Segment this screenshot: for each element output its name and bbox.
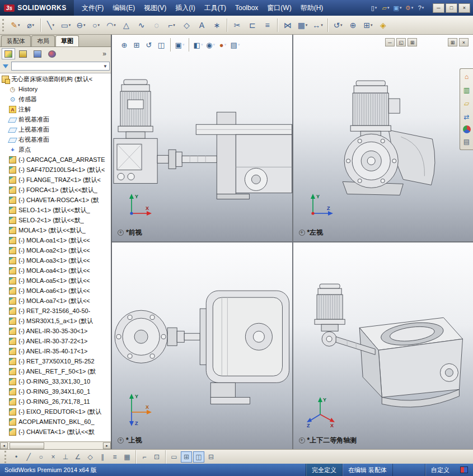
snap-line-icon[interactable]: ╱ (23, 451, 34, 463)
doc-tile-icon[interactable]: ⊞ (408, 38, 417, 46)
viewport-two-vertical-icon[interactable]: ⊟ (205, 451, 217, 463)
doc-minimize-icon[interactable]: ─ (385, 38, 395, 46)
grid-settings-icon[interactable]: ⊡ (151, 451, 162, 463)
tree-item[interactable]: MOLA<1> (默认<<默认_ (0, 225, 111, 235)
configuration-manager-tab[interactable] (31, 48, 44, 59)
tree-item[interactable]: 前视基准面 (0, 114, 111, 124)
tab-sketch[interactable]: 草图 (55, 35, 79, 46)
tree-item[interactable]: (-) CHAVETA-ROSCA<1> (默 (0, 195, 111, 205)
dropdown-arrow-icon[interactable]: ▾ (224, 43, 227, 47)
trim-entities-icon[interactable]: ✂ (230, 18, 244, 32)
tree-item[interactable]: (-) O-RING_39,34X1,60_1 (0, 386, 111, 396)
dropdown-arrow-icon[interactable]: ▾ (201, 43, 203, 47)
tree-item[interactable]: (-) ANEL-IR-30-37-22<1> (0, 336, 111, 346)
tree-item[interactable]: (-) CARCAÇA_CAB_ARRASTE (0, 155, 111, 165)
viewport-front[interactable]: Y X *前视 (112, 35, 292, 241)
menu-file[interactable]: 文件(F) (77, 0, 108, 16)
dropdown-arrow-icon[interactable]: ▾ (69, 23, 71, 27)
snap-point-icon[interactable]: • (11, 451, 22, 463)
repair-sketch-icon[interactable]: ⊕ (346, 18, 360, 32)
dropdown-arrow-icon[interactable]: ▾ (32, 23, 34, 27)
close-button[interactable]: × (458, 3, 470, 13)
viewport-two-horizontal-icon[interactable]: ◫ (193, 451, 204, 463)
viewport-single-icon[interactable]: ▭ (168, 451, 180, 463)
tree-item[interactable]: (-) EIXO_REDUTOR<1> (默认 (0, 407, 111, 417)
tree-item[interactable]: (-) SAF47DZ100LS4<1> (默认< (0, 165, 111, 175)
tree-item[interactable]: (-) MOLA-oa5<1> (默认<< (0, 276, 111, 286)
tree-item[interactable]: (-) O-RING_26,7X1,78_11 (0, 396, 111, 407)
appearances-icon[interactable] (463, 125, 471, 133)
scroll-left-icon[interactable]: ◂ (0, 442, 8, 449)
tree-item[interactable]: (-) O-RING_33,3X1,30_10 (0, 376, 111, 386)
dropdown-arrow-icon[interactable]: ▾ (114, 23, 116, 27)
sketch-icon[interactable]: ✎▾ (8, 18, 22, 32)
scroll-right-icon[interactable]: ▸ (103, 442, 111, 449)
tree-item[interactable]: (-) MOLA-oa1<1> (默认<< (0, 235, 111, 245)
zoom-fit-icon[interactable]: ⊕ (119, 39, 130, 50)
tree-horizontal-scrollbar[interactable]: ◂ ▸ (0, 441, 111, 449)
dropdown-arrow-icon[interactable]: ▾ (340, 23, 343, 27)
snap-grid-icon[interactable]: ▦ (121, 451, 133, 463)
menu-edit[interactable]: 编辑(E) (108, 0, 139, 16)
save-icon[interactable]: ▣▾ (392, 3, 402, 13)
dropdown-arrow-icon[interactable]: ▾ (306, 23, 308, 27)
snap-midpoint-icon[interactable]: ◇ (85, 451, 96, 463)
dropdown-arrow-icon[interactable]: ▾ (371, 23, 373, 27)
tree-item[interactable]: ◷History (0, 84, 111, 94)
doc-close-icon[interactable]: × (459, 38, 469, 46)
dropdown-arrow-icon[interactable]: ▾ (400, 6, 402, 10)
dropdown-arrow-icon[interactable]: ▾ (411, 6, 414, 10)
doc-restore-icon[interactable]: ◱ (396, 38, 406, 46)
ellipse-icon[interactable]: ◌ (149, 18, 163, 32)
snap-circle-icon[interactable]: ○ (35, 451, 46, 463)
zoom-area-icon[interactable]: ⊞ (131, 39, 142, 50)
arc-icon[interactable]: ◠▾ (104, 18, 118, 32)
view-palette-icon[interactable]: ⇄ (462, 112, 472, 122)
chevron-down-icon[interactable]: ▼ (101, 64, 109, 69)
tree-item[interactable]: (-) MOLA-oa2<1> (默认<< (0, 245, 111, 255)
slot-icon[interactable]: ⊖▾ (74, 18, 88, 32)
convert-entities-icon[interactable]: ⊏ (245, 18, 259, 32)
dropdown-arrow-icon[interactable]: ▾ (387, 6, 390, 10)
minimize-button[interactable]: ─ (433, 3, 444, 13)
tree-item[interactable]: ⊙传感器 (0, 94, 111, 104)
offset-entities-icon[interactable]: ≡ (260, 18, 274, 32)
smart-dimension-icon[interactable]: ⌀▾ (24, 18, 38, 32)
viewport-left[interactable]: Y Z *左视 (293, 35, 473, 241)
display-relations-icon[interactable]: ↺▾ (331, 18, 345, 32)
display-style-icon[interactable]: ◧▾ (193, 39, 204, 50)
dropdown-arrow-icon[interactable]: ▾ (375, 6, 377, 10)
open-document-icon[interactable]: ▱▾ (381, 3, 391, 13)
tree-item[interactable]: (-) CHAVETA<1> (默认<<默 (0, 427, 111, 437)
feature-manager-tab[interactable] (2, 48, 15, 59)
tab-layout[interactable]: 布局 (31, 35, 55, 46)
split-pane-icon[interactable]: ⊞ (448, 38, 457, 46)
toolbar-grip[interactable] (2, 19, 4, 31)
dropdown-arrow-icon[interactable]: ▾ (238, 43, 240, 47)
snap-perpendicular-icon[interactable]: ⊥ (60, 451, 71, 463)
snap-hv-icon[interactable]: ≡ (109, 451, 120, 463)
hide-show-items-icon[interactable]: ◉▾ (205, 39, 216, 50)
tree-item[interactable]: (-) MOLA-oa4<1> (默认<< (0, 265, 111, 276)
tree-item[interactable]: (-) ANEL-IR-30-35-30<1> (0, 326, 111, 336)
dropdown-arrow-icon[interactable]: ▾ (97, 23, 100, 27)
mirror-entities-icon[interactable]: ⋈ (280, 18, 294, 32)
text-icon[interactable]: A (195, 18, 209, 32)
tree-item[interactable]: +原点 (0, 144, 111, 155)
tree-item[interactable]: A注解 (0, 104, 111, 114)
tree-item[interactable]: (-) MOLA-oa6<1> (默认<< (0, 286, 111, 296)
tree-item[interactable]: (-) FORCA<1> (默认<<默认_ (0, 185, 111, 195)
dropdown-arrow-icon[interactable]: ▾ (18, 23, 20, 27)
plane-tool-icon[interactable]: ◇ (180, 18, 194, 32)
circle-icon[interactable]: ○▾ (89, 18, 103, 32)
graphics-area[interactable]: Y X *前视 (112, 35, 473, 449)
dropdown-arrow-icon[interactable]: ▾ (52, 23, 54, 27)
move-entities-icon[interactable]: ↔▾ (311, 18, 325, 32)
quick-snaps-icon[interactable]: ⊞▾ (361, 18, 375, 32)
tree-item[interactable]: (-) MSR30X1,5_a<1> (默认 (0, 316, 111, 326)
linear-pattern-icon[interactable]: ▦▾ (296, 18, 310, 32)
file-explorer-icon[interactable]: ▱ (462, 99, 472, 109)
status-custom[interactable]: 自定义 (425, 464, 455, 476)
tree-item[interactable]: (-) FLANGE_TRAZ<1> (默认< (0, 175, 111, 185)
view-orientation-icon[interactable]: ▣▾ (174, 39, 185, 50)
